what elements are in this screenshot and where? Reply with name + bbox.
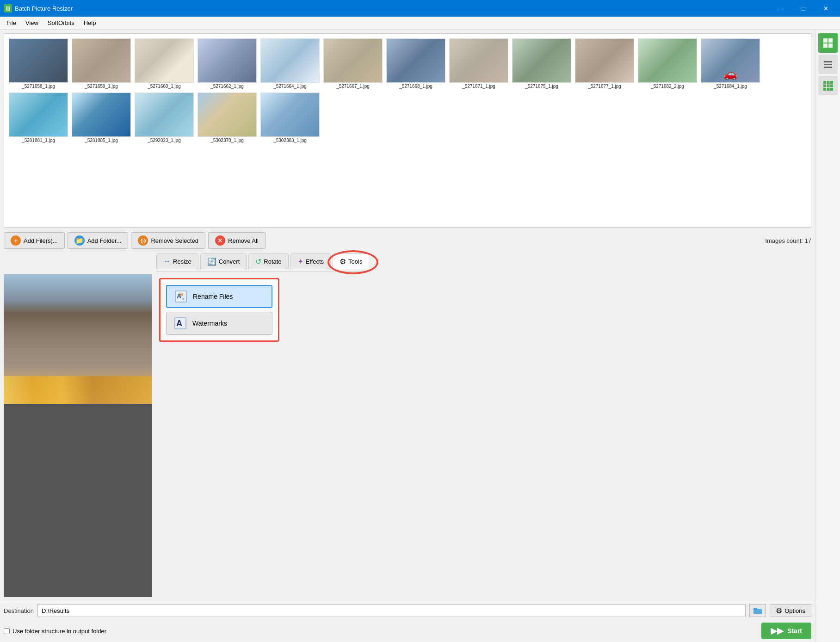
tab-resize[interactable]: ↔ Resize (156, 253, 198, 269)
svg-rect-18 (823, 85, 826, 87)
list-item[interactable]: _5281885_1.jpg (71, 92, 132, 144)
list-item[interactable]: _5271662_1.jpg (197, 37, 258, 90)
list-item[interactable]: _5302370_1.jpg (197, 92, 258, 144)
list-item[interactable]: _5271677_1.jpg (574, 37, 635, 90)
sidebar-thumbnail-view-button[interactable] (818, 33, 838, 53)
rename-files-icon: A B 3 (173, 289, 188, 304)
remove-selected-button[interactable]: ⊖ Remove Selected (131, 232, 205, 249)
rotate-icon: ↺ (255, 257, 261, 266)
svg-rect-7 (754, 608, 757, 610)
sidebar-list-view-button[interactable] (818, 55, 838, 74)
window-controls: — □ ✕ (771, 0, 836, 17)
folder-structure-label: Use folder structure in output folder (4, 628, 106, 635)
add-folder-label: Add Folder... (87, 237, 122, 244)
tab-bar: ↔ Resize 🔄 Convert ↺ Rotate ✦ Effects (156, 252, 369, 272)
menu-view[interactable]: View (21, 18, 43, 28)
app-title: Batch Picture Resizer (15, 5, 73, 12)
svg-rect-23 (830, 88, 833, 91)
svg-rect-17 (830, 81, 833, 84)
menu-bar: File View SoftOrbits Help (0, 17, 840, 30)
svg-rect-22 (827, 88, 829, 91)
svg-rect-15 (823, 81, 826, 84)
add-files-label: Add File(s)... (24, 237, 58, 244)
list-item[interactable]: _5271664_1.jpg (259, 37, 321, 90)
images-count: Images count: 17 (765, 237, 811, 244)
tab-resize-label: Resize (173, 258, 191, 265)
maximize-button[interactable]: □ (793, 0, 814, 17)
main-container: _5271658_1.jpg _5271659_1.jpg _5271660_1… (0, 30, 840, 642)
menu-softorbits[interactable]: SoftOrbits (43, 18, 79, 28)
list-item[interactable]: _5271660_1.jpg (134, 37, 195, 90)
add-folder-icon: 📁 (74, 235, 85, 246)
bottom-content: A B 3 Rename Files A (4, 274, 811, 597)
close-button[interactable]: ✕ (815, 0, 836, 17)
image-grid: _5271658_1.jpg _5271659_1.jpg _5271660_1… (8, 37, 807, 144)
tab-rotate[interactable]: ↺ Rotate (248, 253, 288, 269)
tab-effects[interactable]: ✦ Effects (290, 253, 331, 269)
remove-all-button[interactable]: ✕ Remove All (208, 232, 266, 249)
svg-rect-11 (828, 43, 833, 48)
image-grid-container: _5271658_1.jpg _5271659_1.jpg _5271660_1… (4, 33, 811, 228)
svg-rect-20 (830, 85, 833, 87)
rename-files-label: Rename Files (193, 293, 233, 300)
menu-file[interactable]: File (2, 18, 21, 28)
minimize-button[interactable]: — (771, 0, 792, 17)
options-gear-icon: ⚙ (776, 606, 782, 615)
list-item[interactable]: _5292023_1.jpg (134, 92, 195, 144)
tab-convert[interactable]: 🔄 Convert (200, 253, 247, 269)
svg-rect-21 (823, 88, 826, 91)
footer-bar: Use folder structure in output folder ▶▶… (0, 620, 815, 642)
svg-rect-10 (823, 43, 828, 48)
list-item[interactable]: 🚗 _5271684_1.jpg (700, 37, 761, 90)
add-folder-button[interactable]: 📁 Add Folder... (68, 232, 129, 249)
preview-image (4, 274, 152, 404)
destination-input[interactable] (37, 604, 746, 617)
svg-text:3: 3 (182, 297, 185, 301)
app-icon: 🖼 (4, 4, 12, 12)
tab-convert-label: Convert (219, 258, 240, 265)
start-label: Start (787, 627, 802, 635)
list-item[interactable]: _5271675_1.jpg (511, 37, 572, 90)
menu-help[interactable]: Help (79, 18, 101, 28)
remove-all-icon: ✕ (215, 235, 225, 246)
destination-browse-button[interactable] (749, 604, 766, 617)
options-label: Options (784, 607, 805, 614)
svg-rect-14 (824, 67, 832, 68)
tab-tools-label: Tools (348, 258, 362, 265)
list-item[interactable]: _5271667_1.jpg (322, 37, 383, 90)
tab-effects-label: Effects (306, 258, 324, 265)
thumbnail-view-icon (823, 38, 833, 48)
content-area: _5271658_1.jpg _5271659_1.jpg _5271660_1… (0, 30, 815, 642)
list-item[interactable]: _5302383_1.jpg (259, 92, 321, 144)
sidebar-grid-view-button[interactable] (818, 76, 838, 95)
svg-rect-12 (824, 61, 832, 62)
list-item[interactable]: _5271671_1.jpg (448, 37, 509, 90)
remove-selected-icon: ⊖ (138, 235, 148, 246)
folder-structure-checkbox[interactable] (4, 628, 10, 634)
bottom-panel: ↔ Resize 🔄 Convert ↺ Rotate ✦ Effects (0, 252, 815, 601)
tab-rotate-label: Rotate (264, 258, 281, 265)
grid-view-icon (823, 80, 833, 91)
add-files-button[interactable]: + Add File(s)... (4, 232, 65, 249)
list-item[interactable]: _5271658_1.jpg (8, 37, 69, 90)
add-files-icon: + (11, 235, 21, 246)
tab-tools[interactable]: ⚙ Tools (333, 253, 369, 269)
destination-options-button[interactable]: ⚙ Options (770, 604, 811, 617)
rename-files-button[interactable]: A B 3 Rename Files (166, 285, 272, 308)
svg-rect-13 (824, 64, 832, 65)
list-item[interactable]: _5271682_2.jpg (637, 37, 698, 90)
destination-label: Destination (4, 607, 34, 614)
browse-folder-icon (753, 606, 762, 615)
start-button[interactable]: ▶▶ Start (761, 623, 811, 639)
tools-icon: ⚙ (340, 257, 346, 266)
watermarks-button[interactable]: A Watermarks (166, 312, 272, 335)
svg-rect-9 (828, 38, 833, 43)
list-item[interactable]: _5271668_1.jpg (385, 37, 446, 90)
right-sidebar (815, 30, 840, 642)
list-item[interactable]: _5271659_1.jpg (71, 37, 132, 90)
watermarks-label: Watermarks (192, 320, 227, 327)
title-bar: 🖼 Batch Picture Resizer — □ ✕ (0, 0, 840, 17)
list-view-icon (823, 59, 833, 69)
list-item[interactable]: _5281881_1.jpg (8, 92, 69, 144)
preview-panel (4, 274, 152, 597)
